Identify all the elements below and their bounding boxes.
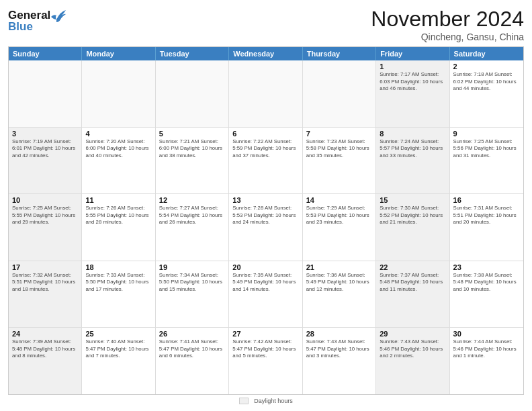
- page: General Blue November 2024 Qincheng, Gan…: [0, 0, 532, 411]
- calendar-row-1: 3Sunrise: 7:19 AM Sunset: 6:01 PM Daylig…: [9, 127, 523, 194]
- day-info: Sunrise: 7:42 AM Sunset: 5:47 PM Dayligh…: [232, 338, 298, 360]
- day-cell-19: 19Sunrise: 7:34 AM Sunset: 5:50 PM Dayli…: [156, 261, 229, 328]
- logo-blue-text: Blue: [8, 21, 66, 34]
- day-cell-1: 1Sunrise: 7:17 AM Sunset: 6:03 PM Daylig…: [376, 60, 449, 127]
- day-info: Sunrise: 7:24 AM Sunset: 5:57 PM Dayligh…: [380, 138, 445, 160]
- day-number: 25: [85, 330, 151, 338]
- day-number: 12: [159, 196, 225, 204]
- day-header-thursday: Thursday: [303, 47, 376, 60]
- day-cell-30: 30Sunrise: 7:44 AM Sunset: 5:46 PM Dayli…: [450, 328, 523, 394]
- logo: General Blue: [8, 9, 66, 33]
- day-cell-17: 17Sunrise: 7:32 AM Sunset: 5:51 PM Dayli…: [9, 261, 82, 328]
- calendar-body: 1Sunrise: 7:17 AM Sunset: 6:03 PM Daylig…: [9, 60, 523, 394]
- day-number: 9: [453, 130, 520, 138]
- day-header-saturday: Saturday: [450, 47, 523, 60]
- day-number: 22: [380, 263, 445, 271]
- day-cell-15: 15Sunrise: 7:30 AM Sunset: 5:52 PM Dayli…: [376, 194, 449, 261]
- calendar-row-3: 17Sunrise: 7:32 AM Sunset: 5:51 PM Dayli…: [9, 261, 523, 328]
- location: Qincheng, Gansu, China: [371, 32, 524, 42]
- day-number: 26: [159, 330, 225, 338]
- day-info: Sunrise: 7:21 AM Sunset: 6:00 PM Dayligh…: [159, 138, 225, 160]
- day-number: 30: [453, 330, 520, 338]
- day-cell-10: 10Sunrise: 7:25 AM Sunset: 5:55 PM Dayli…: [9, 194, 82, 261]
- day-number: 20: [232, 263, 298, 271]
- day-info: Sunrise: 7:33 AM Sunset: 5:50 PM Dayligh…: [85, 272, 151, 293]
- day-number: 16: [453, 196, 520, 204]
- day-number: 21: [306, 263, 372, 271]
- day-info: Sunrise: 7:32 AM Sunset: 5:51 PM Dayligh…: [12, 272, 78, 293]
- calendar-row-2: 10Sunrise: 7:25 AM Sunset: 5:55 PM Dayli…: [9, 193, 523, 261]
- day-info: Sunrise: 7:25 AM Sunset: 5:55 PM Dayligh…: [12, 205, 78, 226]
- day-cell-28: 28Sunrise: 7:43 AM Sunset: 5:47 PM Dayli…: [303, 328, 376, 394]
- day-info: Sunrise: 7:44 AM Sunset: 5:46 PM Dayligh…: [453, 338, 520, 360]
- empty-cell-0-2: [156, 60, 229, 127]
- empty-cell-0-1: [82, 60, 155, 127]
- day-info: Sunrise: 7:26 AM Sunset: 5:55 PM Dayligh…: [85, 205, 151, 226]
- day-number: 19: [159, 263, 225, 271]
- day-info: Sunrise: 7:28 AM Sunset: 5:53 PM Dayligh…: [232, 205, 298, 226]
- day-cell-18: 18Sunrise: 7:33 AM Sunset: 5:50 PM Dayli…: [82, 261, 155, 328]
- day-header-wednesday: Wednesday: [229, 47, 302, 60]
- day-number: 7: [306, 130, 372, 138]
- day-info: Sunrise: 7:38 AM Sunset: 5:48 PM Dayligh…: [453, 272, 520, 293]
- day-info: Sunrise: 7:43 AM Sunset: 5:46 PM Dayligh…: [380, 338, 445, 360]
- day-cell-22: 22Sunrise: 7:37 AM Sunset: 5:48 PM Dayli…: [376, 261, 449, 328]
- day-info: Sunrise: 7:31 AM Sunset: 5:51 PM Dayligh…: [453, 205, 520, 226]
- day-info: Sunrise: 7:17 AM Sunset: 6:03 PM Dayligh…: [380, 71, 445, 93]
- day-cell-20: 20Sunrise: 7:35 AM Sunset: 5:49 PM Dayli…: [229, 261, 302, 328]
- day-info: Sunrise: 7:37 AM Sunset: 5:48 PM Dayligh…: [380, 272, 445, 293]
- empty-cell-0-4: [303, 60, 376, 127]
- day-info: Sunrise: 7:22 AM Sunset: 5:59 PM Dayligh…: [232, 138, 298, 160]
- day-cell-21: 21Sunrise: 7:36 AM Sunset: 5:49 PM Dayli…: [303, 261, 376, 328]
- day-number: 5: [159, 130, 225, 138]
- day-info: Sunrise: 7:27 AM Sunset: 5:54 PM Dayligh…: [159, 205, 225, 226]
- empty-cell-0-3: [229, 60, 302, 127]
- day-number: 8: [380, 130, 445, 138]
- day-info: Sunrise: 7:18 AM Sunset: 6:02 PM Dayligh…: [453, 71, 520, 93]
- day-number: 6: [232, 130, 298, 138]
- day-number: 23: [453, 263, 520, 271]
- day-info: Sunrise: 7:20 AM Sunset: 6:00 PM Dayligh…: [85, 138, 151, 160]
- day-cell-12: 12Sunrise: 7:27 AM Sunset: 5:54 PM Dayli…: [156, 194, 229, 261]
- day-header-friday: Friday: [376, 47, 449, 60]
- empty-cell-0-0: [9, 60, 82, 127]
- day-number: 27: [232, 330, 298, 338]
- day-cell-13: 13Sunrise: 7:28 AM Sunset: 5:53 PM Dayli…: [229, 194, 302, 261]
- day-cell-11: 11Sunrise: 7:26 AM Sunset: 5:55 PM Dayli…: [82, 194, 155, 261]
- calendar-row-0: 1Sunrise: 7:17 AM Sunset: 6:03 PM Daylig…: [9, 60, 523, 127]
- day-info: Sunrise: 7:25 AM Sunset: 5:56 PM Dayligh…: [453, 138, 520, 160]
- day-number: 14: [306, 196, 372, 204]
- day-number: 28: [306, 330, 372, 338]
- day-number: 10: [12, 196, 78, 204]
- day-number: 13: [232, 196, 298, 204]
- day-info: Sunrise: 7:36 AM Sunset: 5:49 PM Dayligh…: [306, 272, 372, 293]
- day-info: Sunrise: 7:43 AM Sunset: 5:47 PM Dayligh…: [306, 338, 372, 360]
- day-cell-25: 25Sunrise: 7:40 AM Sunset: 5:47 PM Dayli…: [82, 328, 155, 394]
- calendar-row-4: 24Sunrise: 7:39 AM Sunset: 5:48 PM Dayli…: [9, 327, 523, 394]
- footer: Daylight hours: [8, 398, 524, 404]
- month-title: November 2024: [371, 7, 524, 32]
- logo-bird-icon: [51, 10, 66, 22]
- header: General Blue November 2024 Qincheng, Gan…: [8, 7, 524, 42]
- day-header-tuesday: Tuesday: [156, 47, 229, 60]
- day-cell-3: 3Sunrise: 7:19 AM Sunset: 6:01 PM Daylig…: [9, 128, 82, 194]
- day-cell-9: 9Sunrise: 7:25 AM Sunset: 5:56 PM Daylig…: [450, 128, 523, 194]
- day-info: Sunrise: 7:39 AM Sunset: 5:48 PM Dayligh…: [12, 338, 78, 360]
- day-info: Sunrise: 7:29 AM Sunset: 5:53 PM Dayligh…: [306, 205, 372, 226]
- day-number: 15: [380, 196, 445, 204]
- day-number: 18: [85, 263, 151, 271]
- day-cell-14: 14Sunrise: 7:29 AM Sunset: 5:53 PM Dayli…: [303, 194, 376, 261]
- day-cell-29: 29Sunrise: 7:43 AM Sunset: 5:46 PM Dayli…: [376, 328, 449, 394]
- calendar-header: SundayMondayTuesdayWednesdayThursdayFrid…: [9, 47, 523, 60]
- day-cell-23: 23Sunrise: 7:38 AM Sunset: 5:48 PM Dayli…: [450, 261, 523, 328]
- day-number: 29: [380, 330, 445, 338]
- day-info: Sunrise: 7:30 AM Sunset: 5:52 PM Dayligh…: [380, 205, 445, 226]
- day-info: Sunrise: 7:23 AM Sunset: 5:58 PM Dayligh…: [306, 138, 372, 160]
- day-cell-7: 7Sunrise: 7:23 AM Sunset: 5:58 PM Daylig…: [303, 128, 376, 194]
- legend-box: [239, 398, 249, 404]
- day-cell-4: 4Sunrise: 7:20 AM Sunset: 6:00 PM Daylig…: [82, 128, 155, 194]
- day-info: Sunrise: 7:19 AM Sunset: 6:01 PM Dayligh…: [12, 138, 78, 160]
- day-number: 24: [12, 330, 78, 338]
- day-number: 4: [85, 130, 151, 138]
- day-cell-16: 16Sunrise: 7:31 AM Sunset: 5:51 PM Dayli…: [450, 194, 523, 261]
